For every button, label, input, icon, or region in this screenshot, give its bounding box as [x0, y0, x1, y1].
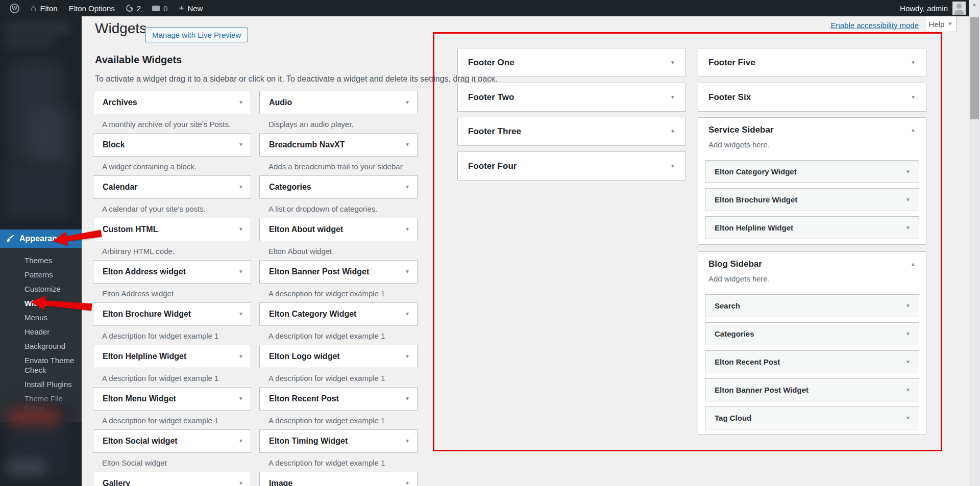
widget-card[interactable]: Elton Address widget ▼: [93, 260, 251, 284]
chevron-down-icon[interactable]: ▼: [905, 331, 911, 337]
submenu-item-header[interactable]: Header: [0, 325, 82, 339]
widget-name: Breadcrumb NavXT: [269, 140, 345, 149]
widget-card[interactable]: Image ▼: [259, 472, 418, 486]
chevron-down-icon[interactable]: ▼: [405, 142, 410, 147]
widget-card[interactable]: Audio ▼: [259, 91, 418, 114]
admin-bar-left: W ⌂ Elton Elton Options 2 0 + New: [0, 0, 208, 16]
help-tab[interactable]: Help ▼: [925, 16, 957, 32]
elton-options-menu[interactable]: Elton Options: [63, 0, 120, 16]
chevron-down-icon[interactable]: ▼: [238, 185, 243, 190]
widget-card[interactable]: Gallery ▼: [93, 472, 251, 486]
chevron-down-icon[interactable]: ▼: [405, 354, 410, 359]
chevron-down-icon[interactable]: ▼: [911, 95, 916, 100]
available-widget: Elton Helpline Widget ▼ A description fo…: [93, 345, 251, 387]
widget-card[interactable]: Elton Timing Widget ▼: [259, 429, 418, 453]
placed-widget[interactable]: Elton Helpline Widget ▼: [705, 216, 919, 239]
chevron-down-icon[interactable]: ▼: [238, 269, 243, 274]
placed-widget[interactable]: Elton Category Widget ▼: [705, 160, 919, 183]
widget-card[interactable]: Custom HTML ▼: [93, 218, 251, 241]
submenu-item-patterns[interactable]: Patterns: [0, 268, 82, 282]
scrollbar-up-arrow[interactable]: ▲: [969, 2, 979, 7]
chevron-down-icon[interactable]: ▼: [405, 269, 410, 274]
placed-widget[interactable]: Elton Banner Post Widget ▼: [705, 378, 919, 401]
blurred-collapse-item: [7, 459, 46, 475]
submenu-item-background[interactable]: Background: [0, 339, 82, 353]
scrollbar-thumb[interactable]: [970, 17, 979, 119]
chevron-down-icon[interactable]: ▼: [670, 95, 675, 100]
placed-widget[interactable]: Elton Brochure Widget ▼: [705, 188, 919, 211]
widget-card[interactable]: Elton Brochure Widget ▼: [93, 302, 251, 326]
chevron-down-icon[interactable]: ▼: [905, 197, 911, 202]
submenu-item-install-plugins[interactable]: Install Plugins: [0, 377, 82, 392]
chevron-down-icon[interactable]: ▼: [238, 227, 243, 232]
enable-accessibility-link[interactable]: Enable accessibility mode: [830, 21, 919, 30]
widget-card[interactable]: Breadcrumb NavXT ▼: [259, 133, 418, 157]
chevron-down-icon[interactable]: ▼: [905, 303, 911, 309]
chevron-down-icon[interactable]: ▼: [405, 312, 410, 317]
widget-area-footer-five[interactable]: Footer Five ▼: [698, 48, 926, 77]
page-scrollbar[interactable]: ▲: [969, 0, 980, 486]
site-name-menu[interactable]: ⌂ Elton: [25, 0, 63, 16]
widget-area-header[interactable]: Blog Sidebar ▲: [705, 259, 919, 269]
howdy-label[interactable]: Howdy, admin: [900, 4, 948, 13]
chevron-down-icon[interactable]: ▼: [405, 185, 410, 190]
placed-widget[interactable]: Search ▼: [705, 294, 919, 317]
widget-card[interactable]: Elton Banner Post Widget ▼: [259, 260, 418, 284]
chevron-down-icon[interactable]: ▼: [238, 396, 243, 401]
widget-area-footer-three[interactable]: Footer Three ▼: [457, 117, 686, 146]
widget-card[interactable]: Elton About widget ▼: [259, 218, 418, 241]
widget-card[interactable]: Elton Menu Widget ▼: [93, 387, 251, 411]
widget-area-header[interactable]: Service Sidebar ▲: [705, 125, 919, 135]
widget-area-footer-one[interactable]: Footer One ▼: [457, 48, 686, 77]
chevron-down-icon[interactable]: ▼: [405, 439, 410, 444]
widget-area-footer-four[interactable]: Footer Four ▼: [457, 151, 686, 181]
chevron-up-icon[interactable]: ▲: [911, 262, 916, 267]
comments-menu[interactable]: 0: [146, 0, 173, 16]
chevron-down-icon[interactable]: ▼: [905, 388, 911, 393]
placed-widget[interactable]: Categories ▼: [705, 322, 919, 345]
placed-widget[interactable]: Tag Cloud ▼: [705, 406, 919, 429]
widget-area-footer-six[interactable]: Footer Six ▼: [698, 83, 926, 112]
chevron-down-icon[interactable]: ▼: [670, 164, 675, 169]
chevron-down-icon[interactable]: ▼: [670, 129, 675, 134]
chevron-down-icon[interactable]: ▼: [238, 312, 243, 317]
chevron-down-icon[interactable]: ▼: [238, 100, 243, 105]
widget-name: Elton Timing Widget: [269, 437, 348, 446]
widget-card[interactable]: Block ▼: [93, 133, 251, 157]
user-avatar[interactable]: [952, 2, 966, 15]
chevron-down-icon[interactable]: ▼: [905, 225, 911, 231]
widgets-intro-text: To activate a widget drag it to a sideba…: [95, 74, 498, 84]
widget-card[interactable]: Calendar ▼: [93, 175, 251, 199]
new-content-menu[interactable]: + New: [173, 0, 208, 16]
widget-card[interactable]: Elton Social widget ▼: [93, 429, 251, 453]
chevron-down-icon[interactable]: ▼: [905, 169, 911, 174]
placed-widget[interactable]: Elton Recent Post ▼: [705, 350, 919, 373]
chevron-down-icon[interactable]: ▼: [238, 439, 243, 444]
widget-card[interactable]: Elton Recent Post ▼: [259, 387, 418, 411]
updates-menu[interactable]: 2: [120, 0, 146, 16]
chevron-down-icon[interactable]: ▼: [405, 227, 410, 232]
submenu-item-themes[interactable]: Themes: [0, 253, 82, 268]
chevron-down-icon[interactable]: ▼: [238, 142, 243, 147]
chevron-up-icon[interactable]: ▲: [911, 127, 916, 133]
chevron-down-icon: ▼: [947, 21, 952, 27]
manage-live-preview-button[interactable]: Manage with Live Preview: [145, 28, 248, 42]
chevron-down-icon[interactable]: ▼: [911, 60, 916, 65]
widget-card[interactable]: Elton Category Widget ▼: [259, 302, 418, 326]
chevron-down-icon[interactable]: ▼: [238, 354, 243, 359]
widget-card[interactable]: Elton Helpline Widget ▼: [93, 345, 251, 368]
widget-card[interactable]: Elton Logo widget ▼: [259, 345, 418, 368]
chevron-down-icon[interactable]: ▼: [905, 360, 911, 365]
widget-area-footer-two[interactable]: Footer Two ▼: [457, 83, 686, 112]
chevron-down-icon[interactable]: ▼: [238, 481, 243, 486]
chevron-down-icon[interactable]: ▼: [405, 100, 410, 105]
submenu-item-envato-theme-check[interactable]: Envato Theme Check: [0, 353, 82, 377]
chevron-down-icon[interactable]: ▼: [905, 416, 911, 421]
widget-name: Elton Logo widget: [269, 352, 340, 361]
chevron-down-icon[interactable]: ▼: [405, 481, 410, 486]
chevron-down-icon[interactable]: ▼: [670, 60, 675, 65]
chevron-down-icon[interactable]: ▼: [405, 396, 410, 401]
wordpress-logo-menu[interactable]: W: [4, 0, 25, 16]
widget-card[interactable]: Categories ▼: [259, 175, 418, 199]
widget-card[interactable]: Archives ▼: [93, 91, 251, 114]
